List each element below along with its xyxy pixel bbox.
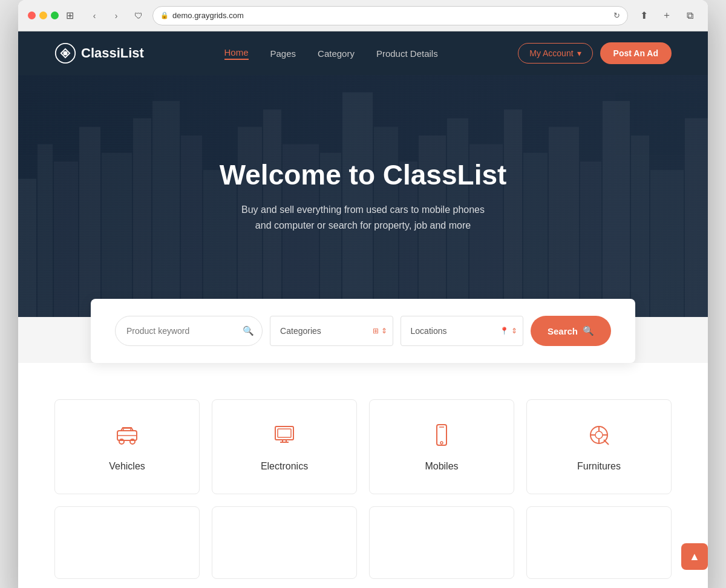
categories-select[interactable]: Categories Vehicles Electronics Mobiles … <box>270 316 393 346</box>
dot-close[interactable] <box>28 11 36 19</box>
svg-rect-24 <box>580 162 601 317</box>
svg-rect-34 <box>278 429 291 437</box>
dot-maximize[interactable] <box>51 11 59 19</box>
svg-rect-26 <box>631 136 649 317</box>
nav-pages[interactable]: Pages <box>270 48 296 59</box>
my-account-label: My Account <box>529 48 573 58</box>
forward-button[interactable]: › <box>108 7 125 24</box>
site-header: ClassiList Home Pages Category Product D… <box>18 31 708 75</box>
shield-icon: 🛡 <box>132 9 145 22</box>
furnitures-icon <box>586 422 612 451</box>
svg-point-36 <box>440 442 443 444</box>
svg-rect-32 <box>123 428 131 431</box>
mobiles-icon <box>428 422 455 451</box>
hero-section: Welcome to ClassList Buy and sell everyt… <box>18 75 708 317</box>
chevron-down-icon: ▾ <box>577 48 581 58</box>
browser-controls: ‹ › <box>86 7 125 24</box>
lock-icon: 🔒 <box>160 11 169 19</box>
search-button-icon: 🔍 <box>583 325 594 336</box>
nav-home[interactable]: Home <box>224 47 249 60</box>
mobiles-label: Mobiles <box>425 461 458 472</box>
categories-section: Vehicles Electronics <box>18 363 708 506</box>
scroll-to-top-button[interactable]: ▲ <box>681 543 708 570</box>
category-card-furnitures[interactable]: Furnitures <box>526 399 672 494</box>
svg-rect-9 <box>181 136 202 317</box>
category-card-electronics[interactable]: Electronics <box>212 399 357 494</box>
post-ad-button[interactable]: Post An Ad <box>600 42 672 64</box>
search-button[interactable]: Search 🔍 <box>531 316 611 346</box>
svg-rect-28 <box>685 118 708 317</box>
categories-select-wrap: Categories Vehicles Electronics Mobiles … <box>270 316 393 346</box>
refresh-icon[interactable]: ↻ <box>613 11 620 20</box>
svg-point-38 <box>595 431 603 439</box>
category-placeholder-2 <box>212 506 357 579</box>
browser-dots <box>28 11 59 19</box>
category-card-mobiles[interactable]: Mobiles <box>369 399 514 494</box>
svg-rect-6 <box>102 153 132 317</box>
svg-rect-5 <box>79 127 100 317</box>
categories-grid: Vehicles Electronics <box>54 399 672 494</box>
share-button[interactable]: ⬆ <box>635 7 652 24</box>
nav-category[interactable]: Category <box>318 48 355 59</box>
new-tab-button[interactable]: ＋ <box>658 7 675 24</box>
svg-line-43 <box>604 440 609 445</box>
url-text: demo.graygrids.com <box>172 11 244 20</box>
logo-icon <box>54 42 76 64</box>
tabs-button[interactable]: ⧉ <box>681 7 698 24</box>
svg-rect-3 <box>38 144 53 317</box>
dot-minimize[interactable] <box>39 11 47 19</box>
more-categories-row <box>18 506 708 588</box>
logo[interactable]: ClassiList <box>54 42 144 64</box>
category-placeholder-4 <box>526 506 672 579</box>
svg-point-1 <box>63 51 67 55</box>
svg-rect-7 <box>133 118 151 317</box>
electronics-label: Electronics <box>261 461 308 472</box>
hero-content: Welcome to ClassList Buy and sell everyt… <box>208 158 519 233</box>
browser-window: ⊞ ‹ › 🛡 🔒 demo.graygrids.com ↻ ⬆ ＋ ⧉ <box>18 0 708 588</box>
search-section: 🔍 Categories Vehicles Electronics Mobile… <box>18 317 708 363</box>
category-placeholder-1 <box>54 506 200 579</box>
electronics-icon <box>271 422 298 451</box>
svg-rect-35 <box>437 425 446 445</box>
locations-select[interactable]: Locations New York Los Angeles Chicago H… <box>401 316 523 346</box>
product-keyword-input[interactable] <box>115 316 263 346</box>
vehicles-icon <box>114 422 140 451</box>
category-placeholder-3 <box>369 506 514 579</box>
svg-rect-8 <box>152 101 180 317</box>
furnitures-label: Furnitures <box>577 461 621 472</box>
site-content: ClassiList Home Pages Category Product D… <box>18 31 708 588</box>
vehicles-label: Vehicles <box>109 461 145 472</box>
header-actions: My Account ▾ Post An Ad <box>518 42 672 64</box>
svg-rect-23 <box>549 127 579 317</box>
browser-toolbar: ⊞ ‹ › 🛡 🔒 demo.graygrids.com ↻ ⬆ ＋ ⧉ <box>18 0 708 31</box>
svg-rect-4 <box>54 162 78 317</box>
category-card-vehicles[interactable]: Vehicles <box>54 399 200 494</box>
main-nav: Home Pages Category Product Details <box>224 47 438 60</box>
svg-rect-25 <box>603 101 630 317</box>
svg-rect-27 <box>650 170 684 317</box>
my-account-button[interactable]: My Account ▾ <box>518 43 592 64</box>
back-button[interactable]: ‹ <box>86 7 103 24</box>
nav-product-details[interactable]: Product Details <box>376 48 438 59</box>
keyword-input-wrap: 🔍 <box>115 316 263 346</box>
svg-rect-2 <box>18 178 36 317</box>
svg-rect-22 <box>523 153 548 317</box>
url-bar[interactable]: 🔒 demo.graygrids.com ↻ <box>152 6 628 25</box>
search-container: 🔍 Categories Vehicles Electronics Mobile… <box>91 299 635 363</box>
locations-select-wrap: Locations New York Los Angeles Chicago H… <box>401 316 523 346</box>
keyword-search-icon: 🔍 <box>243 325 254 336</box>
browser-actions: ⬆ ＋ ⧉ <box>635 7 698 24</box>
hero-title: Welcome to ClassList <box>220 158 507 191</box>
logo-text: ClassiList <box>81 45 144 61</box>
sidebar-toggle-icon[interactable]: ⊞ <box>66 10 74 21</box>
hero-subtitle: Buy and sell everything from used cars t… <box>236 202 490 233</box>
search-button-label: Search <box>548 326 578 336</box>
